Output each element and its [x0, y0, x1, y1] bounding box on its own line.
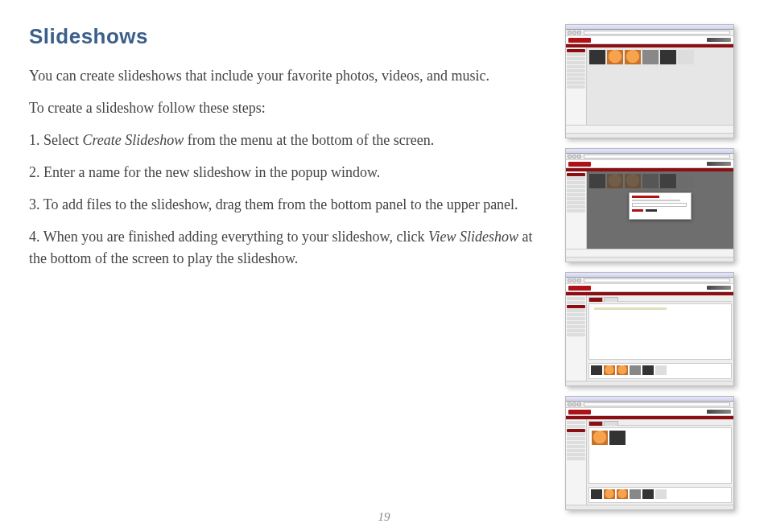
step-2: 2. Enter a name for the new slideshow in…	[29, 162, 551, 183]
step-1-post: from the menu at the bottom of the scree…	[184, 132, 434, 148]
status-bar	[566, 133, 733, 138]
step-1: 1. Select Create Slideshow from the menu…	[29, 130, 551, 151]
upper-drop-pane[interactable]	[588, 303, 732, 360]
page-number: 19	[0, 510, 768, 524]
step-4: 4. When you are finished adding everythi…	[29, 226, 551, 268]
screenshot-column	[565, 24, 734, 516]
lead-paragraph: To create a slideshow follow these steps…	[29, 97, 551, 118]
step-1-pre: 1. Select	[29, 132, 82, 148]
cloudstor-logo	[707, 38, 731, 42]
main-panel	[587, 47, 733, 125]
buffalo-logo	[568, 38, 591, 43]
upper-drop-pane-filled[interactable]	[588, 427, 732, 484]
popup-ok-button[interactable]	[632, 209, 643, 212]
new-slideshow-popup	[629, 192, 692, 220]
step-1-emphasis: Create Slideshow	[82, 132, 184, 148]
footer-bar	[566, 125, 733, 133]
step-4-pre: 4. When you are finished adding everythi…	[29, 229, 428, 245]
popup-title	[632, 196, 659, 198]
browser-toolbar	[566, 30, 733, 36]
lower-source-pane[interactable]	[588, 487, 732, 503]
screenshot-3	[565, 272, 734, 386]
intro-paragraph: You can create slideshows that include y…	[29, 65, 551, 86]
screenshot-1	[565, 24, 734, 138]
brand-row	[566, 36, 733, 44]
popup-cancel-button[interactable]	[646, 209, 657, 212]
step-3: 3. To add files to the slideshow, drag t…	[29, 194, 551, 215]
screenshot-4	[565, 396, 734, 510]
lower-source-pane[interactable]	[588, 363, 732, 379]
slideshow-name-field[interactable]	[632, 203, 687, 207]
tab-row	[588, 297, 732, 302]
step-4-emphasis: View Slideshow	[428, 229, 518, 245]
page-heading: Slideshows	[29, 24, 551, 49]
sidebar	[566, 47, 587, 125]
thumbnail-strip	[587, 47, 733, 67]
screenshot-2	[565, 148, 734, 262]
